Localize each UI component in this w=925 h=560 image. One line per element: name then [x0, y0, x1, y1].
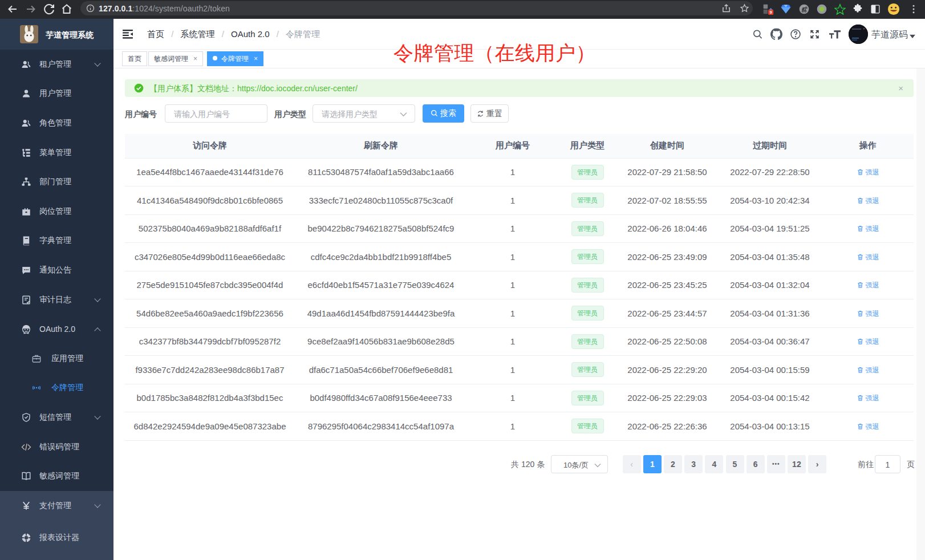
svg-text:9: 9 — [769, 10, 772, 15]
